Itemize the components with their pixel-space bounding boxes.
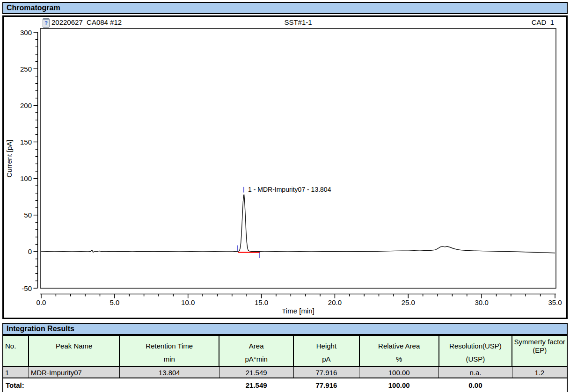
x-axis-title: Time [min] [282, 307, 314, 315]
peak-annotation-label: 1 - MDR-Impurity07 - 13.804 [248, 186, 331, 193]
y-tick-label: 0 [28, 247, 32, 255]
x-tick-label: 20.0 [328, 298, 342, 306]
total-relative-area: 100.00 [359, 378, 439, 392]
y-tick-label: 300 [20, 29, 32, 36]
cell-relative-area: 100.00 [359, 367, 439, 378]
col-header-no: No. [3, 335, 29, 367]
integration-results-section: Integration Results No. Peak Name Retent… [2, 323, 568, 392]
x-tick-label: 5.0 [110, 298, 119, 306]
table-header-row: No. Peak Name Retention Timemin AreapA*m… [3, 335, 567, 367]
col-header-retention-time: Retention Timemin [119, 335, 219, 367]
cell-area: 21.549 [219, 367, 293, 378]
y-tick-label: 50 [24, 211, 32, 219]
cell-height: 77.916 [293, 367, 359, 378]
cell-resolution: n.a. [439, 367, 512, 378]
col-header-symmetry-factor: Symmerty factor (EP) [512, 335, 567, 367]
cell-symmetry-factor: 1.2 [512, 367, 567, 378]
x-tick-label: 25.0 [402, 298, 415, 306]
col-header-resolution-usp: Resolution(USP)(USP) [439, 335, 512, 367]
total-row: Total: 21.549 77.916 100.00 0.00 [3, 378, 567, 392]
sample-name-label: SST#1-1 [284, 18, 312, 26]
signal-trace [41, 195, 555, 253]
x-tick-label: 15.0 [255, 298, 268, 306]
y-tick-label: 100 [20, 174, 32, 182]
y-axis-title: Current [pA] [5, 140, 13, 178]
col-header-height: HeightpA [293, 335, 359, 367]
cell-retention-time: 13.804 [119, 367, 219, 378]
y-tick-label: 250 [20, 65, 32, 73]
y-tick-label: 150 [20, 138, 32, 146]
x-tick-label: 30.0 [475, 298, 489, 306]
col-header-peak-name: Peak Name [29, 335, 119, 367]
total-area: 21.549 [219, 378, 293, 392]
col-header-area: AreapA*min [219, 335, 293, 367]
total-symmetry [512, 378, 567, 392]
channel-name-label: CAD_1 [532, 18, 554, 26]
cell-no: 1 [3, 367, 29, 378]
x-tick-label: 10.0 [181, 298, 195, 306]
report-page: Chromatogram ? 20220627_CA084 #12SST#1-1… [0, 0, 570, 392]
sample-vial-question-icon: ? [43, 18, 50, 28]
chromatogram-panel[interactable]: ? 20220627_CA084 #12SST#1-1CAD_1-5005010… [2, 15, 568, 319]
total-height: 77.916 [293, 378, 359, 392]
integration-results-table: No. Peak Name Retention Timemin AreapA*m… [2, 335, 568, 392]
chromatogram-title: Chromatogram [7, 4, 60, 12]
x-tick-label: 35.0 [548, 298, 562, 306]
x-tick-label: 0.0 [37, 298, 46, 306]
integration-results-title-bar: Integration Results [2, 323, 568, 335]
col-header-relative-area: Relative Area% [359, 335, 439, 367]
injection-name-label: 20220627_CA084 #12 [51, 18, 122, 26]
peak-result-row[interactable]: 1 MDR-Impurity07 13.804 21.549 77.916 10… [3, 367, 567, 378]
total-resolution: 0.00 [439, 378, 512, 392]
chromatogram-plot: 20220627_CA084 #12SST#1-1CAD_1-500501001… [4, 17, 566, 315]
y-tick-label: -50 [22, 284, 32, 292]
cell-peak-name: MDR-Impurity07 [29, 367, 119, 378]
total-label: Total: [3, 378, 219, 392]
plot-frame [40, 29, 556, 288]
chromatogram-title-bar: Chromatogram [2, 2, 568, 14]
integration-results-title: Integration Results [7, 325, 74, 333]
y-tick-label: 200 [20, 102, 32, 109]
